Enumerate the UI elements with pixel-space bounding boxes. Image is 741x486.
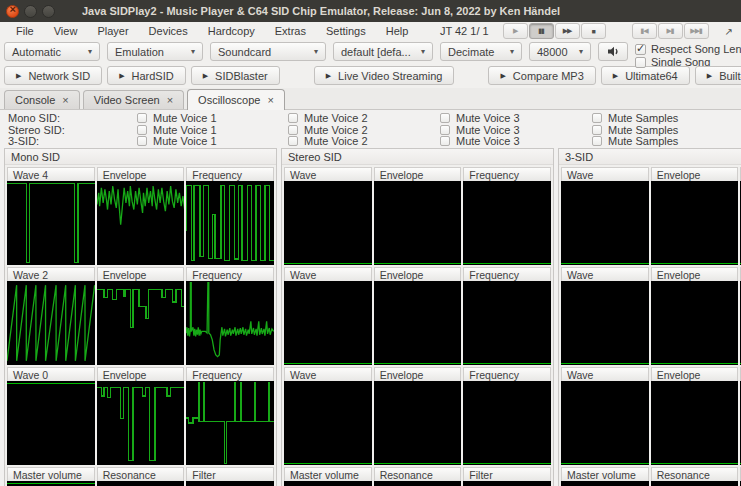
tab-video-screen[interactable]: Video Screen×	[83, 90, 184, 109]
panel-grid: WaveEnvelopeFrequencyWaveEnvelopeFrequen…	[282, 165, 553, 486]
pause-button[interactable]: ▮▮	[529, 23, 554, 39]
scope-cell-label: Frequency	[186, 267, 274, 281]
device-value: default [defa...	[341, 46, 411, 58]
hardsid-button[interactable]: ▶HardSID	[107, 66, 186, 85]
scope-cell: Wave	[284, 367, 372, 465]
sample-rate-value: 48000	[537, 46, 568, 58]
network-sid-button[interactable]: ▶Network SID	[4, 66, 102, 85]
speaker-icon	[607, 46, 620, 57]
ultimate64-button[interactable]: ▶Ultimate64	[601, 66, 690, 85]
volume-button[interactable]	[598, 42, 628, 61]
menu-item-extras[interactable]: Extras	[265, 23, 316, 39]
mute-samples-option: Mute Samples	[592, 124, 741, 136]
scope-cell-label: Wave 2	[7, 267, 95, 281]
scope-cell: Envelope	[97, 367, 185, 465]
scope-cell: Wave 0	[7, 367, 95, 465]
scope-panel-mono-sid: Mono SIDWave 4EnvelopeFrequencyWave 2Env…	[4, 148, 277, 486]
sample-rate-dropdown[interactable]: 48000▾	[529, 42, 591, 61]
menu-item-devices[interactable]: Devices	[139, 23, 198, 39]
mute-voice-1-checkbox[interactable]	[137, 136, 147, 146]
scope-display	[651, 181, 739, 265]
mute-voice-2-checkbox[interactable]	[288, 113, 298, 123]
toolbar-devices-row: ▶Network SID▶HardSID▶SIDBlaster▶Live Vid…	[0, 64, 741, 88]
scope-display	[374, 281, 462, 365]
close-icon[interactable]: ×	[167, 94, 173, 106]
scope-cell-label: Wave	[561, 367, 649, 381]
tab-console[interactable]: Console×	[4, 90, 80, 109]
mute-voice-3-checkbox[interactable]	[440, 136, 450, 146]
scope-cell-label: Wave	[561, 167, 649, 181]
mute-voice-1-checkbox[interactable]	[137, 125, 147, 135]
panel-grid: WaveEnvelopeFrequencyWaveEnvelopeFrequen…	[559, 165, 741, 486]
mute-row-stereosid: Stereo SID:Mute Voice 1Mute Voice 2Mute …	[0, 124, 741, 136]
engine-dropdown[interactable]: Emulation▾	[107, 42, 203, 61]
scope-cell: Envelope	[374, 367, 462, 465]
mute-voice-3-checkbox[interactable]	[440, 113, 450, 123]
mute-voice-3-option: Mute Voice 3	[440, 124, 592, 136]
mute-option-label: Mute Voice 2	[304, 135, 368, 147]
mute-voice-2-checkbox[interactable]	[288, 125, 298, 135]
window-minimize-icon[interactable]	[24, 5, 37, 18]
run-button-label: SIDBlaster	[215, 70, 268, 82]
scope-cell: Master volume	[284, 467, 372, 486]
track-info: JT 42 1/ 1	[440, 25, 489, 37]
app-window: Java SIDPlay2 - Music Player & C64 SID C…	[0, 0, 741, 486]
menu-item-file[interactable]: File	[6, 23, 44, 39]
undock-icon[interactable]: ↗	[725, 26, 733, 37]
scope-display	[651, 381, 739, 465]
scope-cell-label: Frequency	[463, 367, 551, 381]
menu-item-settings[interactable]: Settings	[316, 23, 376, 39]
scope-cell: Envelope	[651, 267, 739, 365]
menu-item-view[interactable]: View	[44, 23, 88, 39]
close-icon[interactable]: ×	[62, 94, 68, 106]
scope-cell: Envelope	[374, 167, 462, 265]
window-maximize-icon[interactable]	[42, 5, 55, 18]
scope-display	[561, 381, 649, 465]
playback-mode-dropdown[interactable]: Automatic▾	[4, 42, 100, 61]
mute-samples-checkbox[interactable]	[592, 136, 602, 146]
window-close-icon[interactable]	[6, 5, 19, 18]
last-tune-button[interactable]: ▶▶▮	[684, 23, 709, 39]
respect-song-length-checkbox[interactable]	[635, 44, 646, 55]
play-button[interactable]: ▶	[503, 23, 528, 39]
scope-display	[463, 481, 551, 486]
sampling-method-dropdown[interactable]: Decimate▾	[440, 42, 522, 61]
compare-mp3-button[interactable]: ▶Compare MP3	[488, 66, 595, 85]
play-arrow-icon: ▶	[16, 72, 21, 80]
next-tune-button[interactable]: ▶▮	[658, 23, 683, 39]
scope-display	[186, 381, 274, 465]
menu-item-help[interactable]: Help	[376, 23, 419, 39]
scope-display	[97, 181, 185, 265]
scope-cell-label: Envelope	[374, 167, 462, 181]
mute-samples-checkbox[interactable]	[592, 125, 602, 135]
scope-cell: Master volume	[7, 467, 95, 486]
built-in-app-server-button[interactable]: ▶Built-in App Server	[695, 66, 741, 85]
fast-forward-button[interactable]: ▶▶	[555, 23, 580, 39]
mute-samples-checkbox[interactable]	[592, 113, 602, 123]
mute-option-label: Mute Voice 1	[153, 135, 217, 147]
mute-voice-2-checkbox[interactable]	[288, 136, 298, 146]
close-icon[interactable]: ×	[267, 94, 273, 106]
device-dropdown[interactable]: default [defa...▾	[333, 42, 433, 61]
scope-cell: Resonance	[374, 467, 462, 486]
scope-display	[463, 181, 551, 265]
previous-tune-button[interactable]: ▮◀	[632, 23, 657, 39]
audio-driver-dropdown[interactable]: Soundcard▾	[210, 42, 326, 61]
live-video-streaming-button[interactable]: ▶Live Video Streaming	[314, 66, 455, 85]
sidblaster-button[interactable]: ▶SIDBlaster	[191, 66, 280, 85]
stop-button[interactable]: ■	[581, 23, 606, 39]
mute-voice-1-checkbox[interactable]	[137, 113, 147, 123]
single-song-checkbox[interactable]	[635, 57, 646, 68]
scope-cell-label: Envelope	[97, 267, 185, 281]
tab-oscilloscope[interactable]: Oscilloscope×	[187, 89, 285, 110]
scope-display	[374, 181, 462, 265]
scope-cell-label: Master volume	[284, 467, 372, 481]
menu-item-player[interactable]: Player	[87, 23, 138, 39]
tab-label: Console	[15, 94, 55, 106]
menu-item-hardcopy[interactable]: Hardcopy	[198, 23, 265, 39]
scope-cell: Frequency	[186, 367, 274, 465]
tab-label: Oscilloscope	[198, 94, 260, 106]
scope-cell: Wave	[561, 267, 649, 365]
scope-cell-label: Envelope	[97, 167, 185, 181]
mute-voice-3-checkbox[interactable]	[440, 125, 450, 135]
